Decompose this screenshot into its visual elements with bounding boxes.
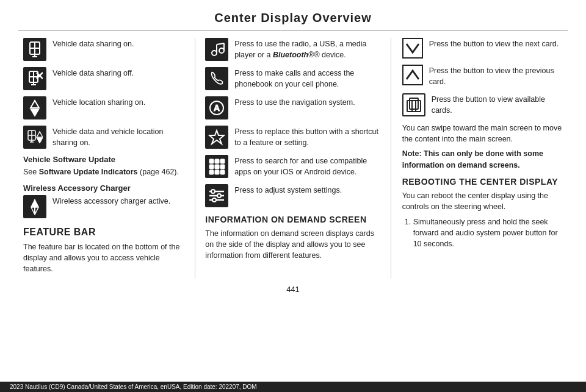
footer-text: 2023 Nautilus (CD9) Canada/United States… (10, 383, 257, 390)
icon-row-phone: Press to make calls and access the phone… (205, 67, 380, 90)
icon-row-media: Press to use the radio, a USB, a media p… (205, 38, 380, 61)
icon-row-apps: Press to search for and use compatible a… (205, 155, 380, 178)
media-label: Press to use the radio, a USB, a media p… (234, 38, 380, 60)
nav-label: Press to use the navigation system. (234, 96, 355, 109)
icon-row-data-on: Vehicle data sharing on. (23, 38, 184, 61)
icon-row-location-on: Vehicle location sharing on. (23, 96, 184, 119)
svg-rect-33 (215, 159, 219, 163)
wireless-charger-icon (23, 195, 46, 218)
icon-row-settings: Press to adjust system settings. (205, 184, 380, 207)
left-column: Vehicle data sharing on. Vehicle data sh… (18, 38, 189, 279)
wireless-heading: Wireless Accessory Charger (23, 184, 184, 193)
svg-rect-40 (220, 170, 225, 174)
nav-icon: A (205, 96, 228, 119)
svg-rect-39 (215, 170, 219, 174)
info-demand-text: The information on demand screen display… (205, 228, 380, 261)
vehicle-data-off-label: Vehicle data sharing off. (52, 67, 134, 79)
phone-icon (205, 67, 228, 90)
phone-label: Press to make calls and access the phone… (234, 67, 380, 90)
vehicle-data-on-icon (23, 38, 46, 61)
next-card-label: Press the button to view the next card. (429, 38, 559, 50)
swipe-text: You can swipe toward the main screen to … (402, 123, 563, 144)
icon-row-data-location-on: Vehicle data and vehicle location sharin… (23, 126, 184, 149)
avail-cards-label: Press the button to view available cards… (432, 93, 563, 116)
vehicle-data-off-icon (23, 67, 46, 90)
svg-point-25 (219, 48, 224, 53)
title-divider (18, 30, 568, 30)
wireless-charger-label: Wireless accessory charger active. (52, 195, 170, 207)
vehicle-data-location-label: Vehicle data and vehicle location sharin… (52, 126, 184, 148)
page-number: 441 (0, 285, 586, 294)
svg-rect-34 (220, 159, 225, 163)
icon-row-next-card: Press the button to view the next card. (402, 38, 563, 59)
feature-bar-heading: FEATURE BAR (23, 227, 184, 238)
svg-point-24 (212, 51, 217, 55)
shortcut-icon (205, 126, 228, 149)
reboot-list: Simultaneously press and hold the seek f… (402, 216, 563, 249)
note-text: Note: This can only be done with some in… (402, 148, 563, 171)
icon-row-shortcut: Press to replace this button with a shor… (205, 126, 380, 149)
vehicle-data-location-icon (23, 126, 46, 149)
svg-rect-36 (215, 165, 219, 169)
svg-marker-12 (31, 101, 39, 108)
prev-card-icon (402, 65, 423, 85)
media-icon (205, 38, 228, 61)
svg-rect-48 (410, 98, 418, 109)
icon-row-avail-cards: Press the button to view available cards… (402, 93, 563, 116)
feature-bar-text: The feature bar is located on the bottom… (23, 241, 184, 274)
apps-icon (205, 155, 228, 178)
reboot-heading: REBOOTING THE CENTER DISPLAY (402, 177, 563, 187)
icon-row-nav: A Press to use the navigation system. (205, 96, 380, 119)
svg-rect-32 (209, 159, 214, 163)
svg-marker-13 (31, 109, 39, 116)
icon-row-prev-card: Press the button to view the previous ca… (402, 65, 563, 87)
next-card-icon (402, 38, 423, 59)
svg-rect-38 (209, 170, 214, 174)
svg-marker-22 (31, 199, 38, 207)
icon-row-wireless: Wireless accessory charger active. (23, 195, 184, 218)
software-update-heading: Vehicle Software Update (23, 155, 184, 164)
svg-rect-37 (220, 165, 225, 169)
svg-point-45 (217, 194, 221, 198)
avail-cards-icon (402, 93, 425, 116)
shortcut-label: Press to replace this button with a shor… (234, 126, 380, 148)
icon-row-data-off: Vehicle data sharing off. (23, 67, 184, 90)
reboot-list-item-1: Simultaneously press and hold the seek f… (413, 216, 563, 249)
apps-label: Press to search for and use compatible a… (234, 155, 380, 177)
vehicle-location-on-label: Vehicle location sharing on. (52, 96, 145, 109)
vehicle-location-on-icon (23, 96, 46, 119)
svg-text:A: A (214, 103, 220, 113)
software-update-text: See Software Update Indicators (page 462… (23, 166, 184, 177)
prev-card-label: Press the button to view the previous ca… (429, 65, 563, 87)
vehicle-data-on-label: Vehicle data sharing on. (52, 38, 134, 50)
settings-label: Press to adjust system settings. (234, 184, 342, 196)
mid-column: Press to use the radio, a USB, a media p… (195, 38, 391, 279)
reboot-text: You can reboot the center display using … (402, 190, 563, 212)
svg-point-46 (212, 198, 216, 202)
svg-marker-20 (37, 138, 43, 143)
svg-marker-19 (37, 132, 43, 137)
right-column: Press the button to view the next card. … (397, 38, 568, 279)
info-demand-heading: INFORMATION ON DEMAND SCREEN (205, 215, 380, 224)
footer-bar: 2023 Nautilus (CD9) Canada/United States… (0, 382, 586, 392)
settings-icon (205, 184, 228, 207)
svg-line-28 (217, 43, 224, 45)
svg-marker-31 (209, 130, 224, 144)
svg-point-44 (211, 190, 215, 193)
svg-rect-35 (209, 165, 214, 169)
page-title: Center Display Overview (0, 0, 586, 30)
